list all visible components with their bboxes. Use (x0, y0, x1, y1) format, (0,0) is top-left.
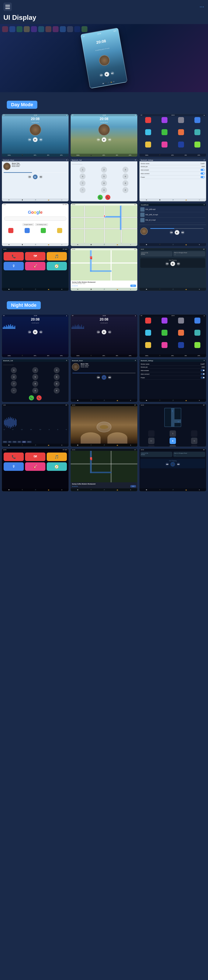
call-btn[interactable]: 📞 (98, 195, 103, 200)
night-large-app-2[interactable]: 🗺 (25, 453, 45, 461)
night-large-app-6[interactable]: 🧭 (47, 462, 67, 471)
shortcut-2[interactable] (25, 228, 30, 233)
night-power-toggle[interactable] (200, 377, 205, 379)
dial-5[interactable]: 5 (101, 173, 107, 180)
nav-dots-icon[interactable]: ⋯ (200, 4, 205, 10)
night-np-prev[interactable]: ◀◀ (165, 463, 169, 466)
night-np-next[interactable]: ▶▶ (177, 463, 180, 466)
night-dial-0[interactable]: 0 (32, 388, 38, 394)
night-prev-1[interactable]: ◀◀ (28, 330, 31, 334)
night-dial-7[interactable]: 7 (11, 381, 17, 387)
dial-hash[interactable]: # (123, 187, 128, 193)
night-dial-2[interactable]: 2 (32, 367, 38, 373)
play-btn[interactable]: ▶ (104, 72, 110, 77)
night-end-call-btn[interactable]: 📞 (36, 395, 42, 400)
arrow-down[interactable]: ↓ (170, 445, 176, 447)
app-wifi[interactable] (194, 129, 200, 135)
eq-preset-3[interactable]: TREB (12, 441, 17, 443)
arrow-tl[interactable] (148, 430, 154, 437)
night-app-1[interactable] (145, 318, 151, 323)
arrow-right[interactable]: → (191, 438, 197, 444)
night-auto-connect-toggle[interactable] (200, 373, 205, 375)
bt-play[interactable]: ▶ (33, 175, 38, 179)
night-large-app-4[interactable]: 🎙 (4, 462, 24, 471)
prev-1[interactable]: ◀◀ (28, 138, 31, 142)
app-media[interactable] (194, 142, 200, 148)
night-app-7[interactable] (178, 330, 184, 336)
night-play-2[interactable]: ▶ (102, 330, 106, 334)
dial-4[interactable]: 4 (80, 173, 85, 180)
night-bt-play[interactable]: ▶ (102, 375, 106, 380)
night-app-3[interactable] (178, 318, 184, 323)
go-button[interactable]: GO (130, 285, 136, 287)
arrow-tr[interactable] (191, 430, 197, 437)
large-app-music[interactable]: 🎵 (47, 252, 67, 261)
app-phone[interactable] (145, 117, 151, 123)
dial-7[interactable]: 7 (80, 180, 85, 186)
dial-6[interactable]: 6 (123, 173, 128, 180)
np-play[interactable]: ▶ (170, 261, 175, 266)
night-next-1[interactable]: ▶▶ (39, 330, 43, 334)
music-item-1[interactable]: 华乐_好听.mp3 (140, 207, 205, 212)
night-dial-6[interactable]: 6 (54, 374, 60, 380)
arrow-br[interactable] (191, 445, 197, 447)
night-dial-star[interactable]: * (11, 388, 17, 394)
end-call-btn[interactable]: 📞 (105, 195, 110, 200)
night-app-12[interactable] (194, 342, 200, 348)
power-toggle[interactable] (200, 176, 205, 178)
night-bt-next[interactable]: ▶▶ (108, 376, 112, 379)
night-dial-3[interactable]: 3 (54, 367, 60, 373)
np-next[interactable]: ▶▶ (177, 262, 180, 266)
music-item-2[interactable]: 华乐_好听_02.mp3 (140, 212, 205, 218)
night-play-1[interactable]: ▶ (33, 330, 38, 334)
prev-btn[interactable]: ◀◀ (99, 73, 103, 77)
music-item-3[interactable]: 华乐_好_8.mp3 (140, 218, 205, 223)
social-play[interactable]: ▶ (175, 230, 180, 235)
night-call-btn[interactable]: 📞 (29, 395, 34, 400)
night-app-6[interactable] (162, 330, 167, 336)
app-music[interactable] (162, 117, 167, 123)
night-dial-8[interactable]: 8 (32, 381, 38, 387)
large-app-podcast[interactable]: 🎙 (4, 262, 24, 270)
night-dial-9[interactable]: 9 (54, 381, 60, 387)
night-large-app-1[interactable]: 📞 (4, 453, 24, 461)
app-settings[interactable] (194, 117, 200, 123)
dial-0[interactable]: 0 (101, 187, 107, 193)
prev-2[interactable]: ◀◀ (96, 138, 100, 142)
arrow-center[interactable]: ● (170, 438, 176, 444)
shortcut-3[interactable] (41, 228, 46, 233)
dial-9[interactable]: 9 (123, 180, 128, 186)
night-go-button[interactable]: GO (130, 485, 136, 487)
next-2[interactable]: ▶▶ (108, 138, 112, 142)
night-next-2[interactable]: ▶▶ (108, 330, 112, 334)
night-dial-1[interactable]: 1 (11, 367, 17, 373)
arrow-bl[interactable] (148, 445, 154, 447)
app-nav[interactable] (178, 142, 184, 148)
night-app-4[interactable] (194, 318, 200, 323)
eq-preset-2[interactable]: MID (8, 441, 11, 443)
google-lucky-btn[interactable]: I'm Feeling Lucky (35, 223, 48, 226)
large-app-maps[interactable]: 🗺 (25, 252, 45, 261)
next-btn[interactable]: ▶▶ (110, 71, 115, 75)
arrow-up[interactable]: ↑ (170, 430, 176, 437)
app-bt[interactable] (178, 129, 184, 135)
large-app-waze[interactable]: 🧭 (47, 262, 67, 270)
dial-1[interactable]: 1 (80, 167, 85, 173)
eq-preset-1[interactable]: BASS (3, 441, 7, 443)
social-prev[interactable]: ◀◀ (170, 231, 173, 234)
large-app-phone[interactable]: 📞 (4, 252, 24, 261)
google-search-btn[interactable]: Google Search (22, 223, 34, 226)
np-prev[interactable]: ◀◀ (165, 262, 169, 266)
night-auto-answer-toggle[interactable] (200, 369, 205, 371)
eq-preset-5[interactable]: JAZZ (22, 441, 26, 443)
auto-connect-toggle[interactable] (200, 172, 205, 175)
app-radio[interactable] (162, 142, 167, 148)
night-app-10[interactable] (162, 342, 167, 348)
dial-star[interactable]: * (80, 187, 85, 193)
night-large-app-5[interactable]: 🎸 (25, 462, 45, 471)
dial-2[interactable]: 2 (101, 167, 107, 173)
app-carplay[interactable] (162, 129, 167, 135)
night-dial-5[interactable]: 5 (32, 374, 38, 380)
night-app-5[interactable] (145, 330, 151, 336)
dial-3[interactable]: 3 (123, 167, 128, 173)
